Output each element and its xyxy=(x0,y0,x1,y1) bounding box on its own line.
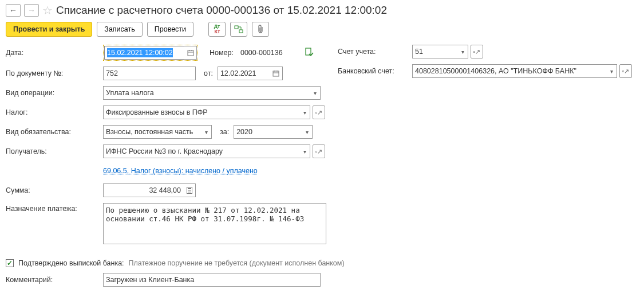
for-period-dropdown-icon[interactable]: ▾ xyxy=(302,125,313,139)
tax-open-icon[interactable]: ▫↗ xyxy=(313,105,325,119)
obligation-dropdown-icon[interactable]: ▾ xyxy=(202,125,212,139)
account-dropdown-icon[interactable]: ▾ xyxy=(458,45,468,58)
confirmed-checkbox[interactable]: ✓ xyxy=(6,259,14,267)
nav-back-button[interactable]: ← xyxy=(6,4,21,17)
svg-point-15 xyxy=(190,190,191,191)
comment-label: Комментарий: xyxy=(6,276,103,284)
post-button[interactable]: Провести xyxy=(147,22,193,37)
bank-account-open-icon[interactable]: ▫↗ xyxy=(619,64,632,78)
sum-label: Сумма: xyxy=(6,186,103,194)
svg-rect-6 xyxy=(306,48,311,55)
obligation-input[interactable] xyxy=(103,125,202,139)
tax-label: Налог: xyxy=(6,108,103,116)
tax-input[interactable] xyxy=(103,105,300,119)
date-input[interactable]: 15.02.2021 12:00:02 xyxy=(104,46,184,60)
account-input[interactable] xyxy=(412,45,458,58)
account-open-icon[interactable]: ▫↗ xyxy=(471,45,483,58)
tax-link[interactable]: 69.06.5, Налог (взносы): начислено / упл… xyxy=(103,167,258,175)
bank-account-dropdown-icon[interactable]: ▾ xyxy=(607,64,617,78)
for-label: за: xyxy=(220,128,229,136)
bank-account-input[interactable] xyxy=(412,64,607,78)
nav-forward-button: → xyxy=(24,4,39,17)
recipient-input[interactable] xyxy=(103,144,300,158)
favorite-star-icon[interactable]: ☆ xyxy=(42,3,53,17)
dtkt-button[interactable]: ДтКт xyxy=(208,22,226,37)
attachments-button[interactable] xyxy=(252,22,269,37)
svg-rect-2 xyxy=(188,50,193,56)
purpose-textarea[interactable] xyxy=(103,203,326,244)
svg-point-16 xyxy=(188,192,188,192)
for-period-input[interactable] xyxy=(234,125,302,139)
purpose-label: Назначение платежа: xyxy=(6,203,103,213)
doc-no-input[interactable] xyxy=(103,67,196,80)
op-type-input[interactable] xyxy=(103,86,310,100)
op-type-label: Вид операции: xyxy=(6,89,103,97)
svg-point-14 xyxy=(189,190,189,191)
sum-input[interactable] xyxy=(103,183,183,197)
recipient-open-icon[interactable]: ▫↗ xyxy=(313,144,325,158)
svg-point-13 xyxy=(188,190,188,191)
number-value: 0000-000136 xyxy=(238,49,301,57)
date-label: Дата: xyxy=(6,49,103,57)
obligation-label: Вид обязательства: xyxy=(6,128,103,136)
from-label: от: xyxy=(204,69,213,77)
page-title: Списание с расчетного счета 0000-000136 … xyxy=(56,4,387,17)
from-date-picker-icon[interactable] xyxy=(270,67,283,80)
svg-point-18 xyxy=(190,192,191,192)
op-type-dropdown-icon[interactable]: ▾ xyxy=(310,86,321,100)
save-button[interactable]: Записать xyxy=(97,22,142,37)
recipient-label: Получатель: xyxy=(6,147,103,155)
post-and-close-button[interactable]: Провести и закрыть xyxy=(6,22,92,37)
recipient-dropdown-icon[interactable]: ▾ xyxy=(300,144,310,158)
account-label: Счет учета: xyxy=(338,48,412,56)
doc-no-label: По документу №: xyxy=(6,69,103,77)
related-docs-button[interactable] xyxy=(230,22,247,37)
confirmed-label: Подтверждено выпиской банка: xyxy=(18,259,124,267)
tax-dropdown-icon[interactable]: ▾ xyxy=(300,105,310,119)
svg-rect-7 xyxy=(273,71,279,76)
doc-status-icon[interactable] xyxy=(305,48,314,58)
svg-rect-0 xyxy=(235,26,238,29)
svg-rect-12 xyxy=(188,188,191,189)
number-label: Номер: xyxy=(210,49,234,57)
comment-input[interactable] xyxy=(103,273,321,287)
calculator-icon[interactable] xyxy=(183,183,196,197)
svg-rect-1 xyxy=(239,30,243,33)
bank-account-label: Банковский счет: xyxy=(338,67,412,75)
from-date-input[interactable] xyxy=(218,67,270,80)
payment-order-info: Платежное поручение не требуется (докуме… xyxy=(129,259,345,267)
date-picker-icon[interactable] xyxy=(184,46,197,60)
svg-point-17 xyxy=(189,192,189,192)
